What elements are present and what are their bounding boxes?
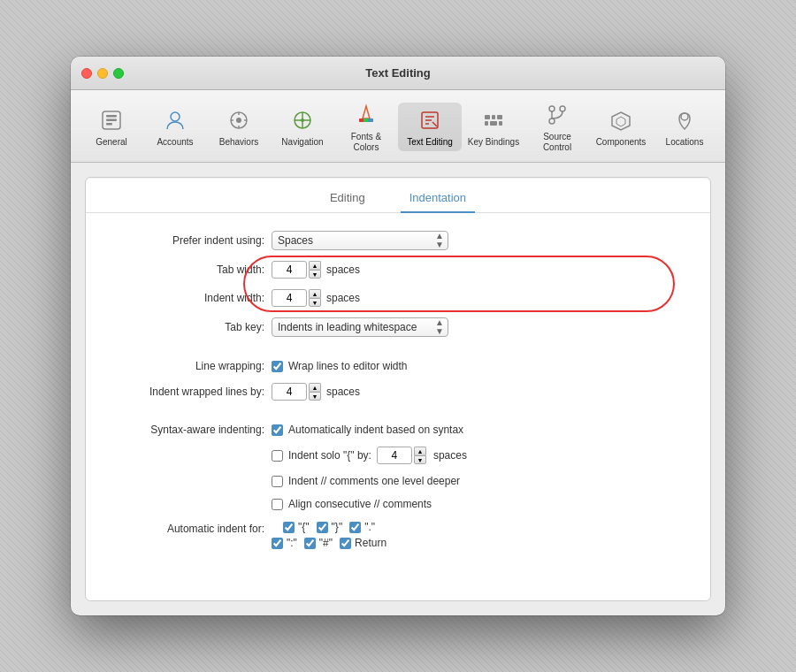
- indent-wrapped-stepper: ▲ ▼: [272, 383, 321, 401]
- text-editing-label: Text Editing: [407, 137, 453, 148]
- ai-return-checkbox[interactable]: [340, 538, 351, 549]
- wrap-lines-checkbox[interactable]: [272, 361, 283, 372]
- indent-wrapped-input[interactable]: [272, 383, 307, 401]
- indent-wrapped-control: ▲ ▼ spaces: [272, 383, 360, 401]
- locations-icon: [670, 106, 699, 134]
- svg-rect-19: [368, 118, 373, 122]
- indent-solo-decrement[interactable]: ▼: [414, 455, 426, 464]
- indent-solo-unit: spaces: [433, 449, 467, 462]
- svg-rect-3: [106, 123, 112, 126]
- svg-rect-29: [499, 121, 502, 126]
- svg-rect-26: [497, 115, 502, 119]
- highlight-section: Tab width: ▲ ▼ spaces Ind: [112, 261, 684, 307]
- auto-indent-label: Automatically indent based on syntax: [288, 424, 463, 436]
- toolbar-item-components[interactable]: Components: [589, 103, 653, 151]
- toolbar-item-general[interactable]: General: [80, 103, 143, 151]
- tab-width-input[interactable]: [272, 261, 307, 279]
- indent-wrapped-stepper-buttons: ▲ ▼: [309, 383, 321, 401]
- align-comments-row: Align consecutive // comments: [112, 498, 684, 510]
- tab-width-increment[interactable]: ▲: [309, 261, 321, 270]
- ai-return: Return: [340, 537, 387, 549]
- svg-point-31: [549, 118, 555, 124]
- tab-editing[interactable]: Editing: [321, 187, 374, 213]
- auto-indent-checkbox-row: Automatically indent based on syntax: [272, 424, 463, 436]
- toolbar-item-locations[interactable]: Locations: [653, 103, 716, 151]
- behaviors-label: Behaviors: [219, 137, 258, 148]
- indent-width-label: Indent width:: [112, 292, 272, 304]
- locations-label: Locations: [666, 137, 704, 148]
- maximize-button[interactable]: [113, 68, 124, 79]
- toolbar-item-accounts[interactable]: Accounts: [143, 103, 207, 151]
- indent-comments-checkbox[interactable]: [272, 476, 283, 487]
- key-bindings-icon: [479, 106, 508, 134]
- tab-width-control: ▲ ▼ spaces: [272, 261, 360, 279]
- navigation-icon: [288, 106, 317, 134]
- toolbar-item-behaviors[interactable]: Behaviors: [207, 103, 271, 151]
- toolbar-item-navigation[interactable]: Navigation: [271, 103, 334, 151]
- svg-point-6: [236, 118, 241, 123]
- ai-colon-checkbox[interactable]: [272, 538, 283, 549]
- svg-point-14: [301, 118, 304, 122]
- svg-point-4: [171, 112, 180, 121]
- text-editing-icon: [416, 106, 444, 134]
- ai-dot-checkbox[interactable]: [349, 522, 361, 533]
- tab-width-row: Tab width: ▲ ▼ spaces: [112, 261, 684, 279]
- source-control-label: Source Control: [529, 132, 586, 153]
- indent-solo-row: Indent solo "{" by: ▲ ▼ spaces: [112, 447, 684, 464]
- indent-solo-input[interactable]: [377, 447, 412, 464]
- auto-indent-for-control: "{" "}" ".": [272, 521, 387, 549]
- indent-width-control: ▲ ▼ spaces: [272, 289, 360, 307]
- line-wrapping-label: Line wrapping:: [112, 360, 272, 372]
- toolbar-item-key-bindings[interactable]: Key Bindings: [462, 103, 525, 151]
- ai-close-brace: "}": [317, 521, 343, 533]
- indent-wrapped-decrement[interactable]: ▼: [309, 392, 321, 401]
- wrap-lines-label: Wrap lines to editor width: [288, 360, 408, 372]
- indent-solo-checkbox[interactable]: [272, 450, 283, 462]
- prefer-indent-select[interactable]: Spaces ▲▼: [272, 231, 448, 250]
- indent-comments-control: Indent // comments one level deeper: [272, 475, 460, 487]
- indent-comments-label: Indent // comments one level deeper: [288, 475, 460, 487]
- svg-point-30: [549, 106, 555, 111]
- align-comments-checkbox[interactable]: [272, 499, 283, 510]
- indent-width-input[interactable]: [272, 289, 307, 307]
- prefer-indent-row: Prefer indent using: Spaces ▲▼: [112, 231, 684, 250]
- tab-key-select[interactable]: Indents in leading whitespace ▲▼: [272, 317, 448, 337]
- components-icon: [607, 106, 635, 134]
- svg-marker-15: [363, 106, 370, 118]
- fonts-colors-icon: [352, 101, 380, 129]
- auto-indent-checkbox[interactable]: [272, 424, 283, 436]
- indent-solo-increment[interactable]: ▲: [414, 447, 426, 455]
- tab-indentation[interactable]: Indentation: [401, 187, 475, 213]
- tab-width-decrement[interactable]: ▼: [309, 270, 321, 279]
- auto-indent-row1: "{" "}" ".": [283, 521, 375, 533]
- line-wrapping-row: Line wrapping: Wrap lines to editor widt…: [112, 360, 684, 372]
- syntax-aware-row: Syntax-aware indenting: Automatically in…: [112, 424, 684, 436]
- indent-solo-stepper-buttons: ▲ ▼: [414, 447, 426, 464]
- ai-hash-checkbox[interactable]: [304, 538, 316, 549]
- indent-wrapped-increment[interactable]: ▲: [309, 383, 321, 392]
- toolbar-item-source-control[interactable]: Source Control: [525, 97, 589, 157]
- svg-rect-27: [485, 121, 488, 126]
- tab-key-arrow-icon: ▲▼: [435, 318, 444, 336]
- tab-key-label: Tab key:: [112, 321, 272, 333]
- ai-close-brace-checkbox[interactable]: [317, 522, 328, 533]
- align-comments-checkbox-row: Align consecutive // comments: [272, 498, 432, 510]
- minimize-button[interactable]: [97, 68, 108, 79]
- ai-open-brace-checkbox[interactable]: [283, 522, 295, 533]
- indent-width-decrement[interactable]: ▼: [309, 298, 321, 307]
- indent-comments-row: Indent // comments one level deeper: [112, 475, 684, 487]
- indent-solo-checkbox-row: Indent solo "{" by: ▲ ▼ spaces: [272, 447, 467, 464]
- general-icon: [97, 106, 126, 134]
- indent-solo-control: Indent solo "{" by: ▲ ▼ spaces: [272, 447, 467, 464]
- indent-width-increment[interactable]: ▲: [309, 289, 321, 298]
- close-button[interactable]: [81, 68, 92, 79]
- toolbar-item-fonts-colors[interactable]: Fonts & Colors: [334, 97, 398, 157]
- tab-width-stepper-buttons: ▲ ▼: [309, 261, 321, 279]
- toolbar-item-text-editing[interactable]: Text Editing: [398, 103, 462, 151]
- auto-indent-row2: ":" "#" Return: [272, 537, 387, 549]
- prefer-indent-label: Prefer indent using:: [112, 234, 272, 247]
- key-bindings-label: Key Bindings: [468, 137, 519, 148]
- titlebar: Text Editing: [71, 57, 725, 90]
- syntax-aware-control: Automatically indent based on syntax: [272, 424, 463, 436]
- ai-colon: ":": [272, 537, 297, 549]
